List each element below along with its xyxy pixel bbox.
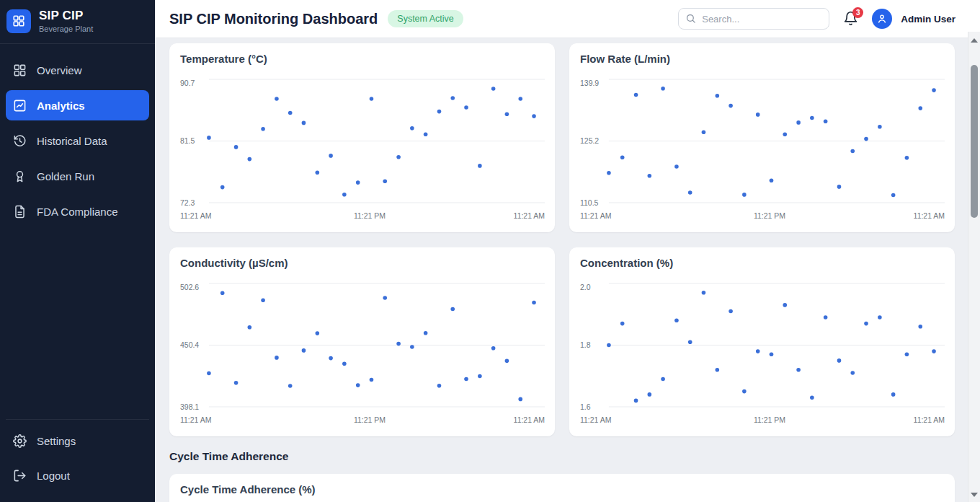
svg-text:11:21 AM: 11:21 AM bbox=[514, 212, 545, 220]
sidebar-item-settings[interactable]: Settings bbox=[6, 426, 149, 456]
sidebar-item-label: Logout bbox=[37, 470, 70, 482]
concentration-scatter-chart: 2.01.81.611:21 AM11:21 PM11:21 AM bbox=[580, 278, 945, 428]
sidebar-nav: Overview Analytics Historical Data Golde… bbox=[0, 44, 155, 413]
svg-text:11:21 PM: 11:21 PM bbox=[354, 212, 386, 220]
gear-icon bbox=[13, 434, 27, 448]
svg-text:1.6: 1.6 bbox=[580, 403, 591, 411]
notification-count-badge: 3 bbox=[852, 7, 863, 18]
svg-text:11:21 PM: 11:21 PM bbox=[754, 212, 785, 220]
svg-text:81.5: 81.5 bbox=[180, 137, 195, 145]
sidebar-footer: Settings Logout bbox=[0, 413, 155, 502]
svg-text:398.1: 398.1 bbox=[180, 403, 199, 411]
chart-title: Conductivity (µS/cm) bbox=[180, 257, 545, 269]
chart-title: Concentration (%) bbox=[580, 257, 945, 269]
svg-text:11:21 AM: 11:21 AM bbox=[180, 416, 211, 424]
temperature-chart-card: Temperature (°C) 90.781.572.311:21 AM11:… bbox=[169, 43, 555, 232]
user-icon bbox=[876, 13, 888, 25]
svg-text:125.2: 125.2 bbox=[580, 137, 599, 145]
app-logo: SIP CIP Beverage Plant bbox=[0, 0, 155, 43]
logout-icon bbox=[13, 469, 27, 483]
sidebar-item-overview[interactable]: Overview bbox=[6, 55, 149, 85]
logo-grid-icon bbox=[6, 9, 31, 33]
sidebar-item-label: Overview bbox=[37, 64, 82, 76]
svg-text:2.0: 2.0 bbox=[580, 283, 591, 291]
status-badge: System Active bbox=[388, 10, 463, 27]
flow-rate-chart-card: Flow Rate (L/min) 139.9125.2110.511:21 A… bbox=[569, 43, 955, 232]
svg-text:11:21 PM: 11:21 PM bbox=[354, 416, 386, 424]
svg-text:72.3: 72.3 bbox=[180, 199, 195, 207]
app-subtitle: Beverage Plant bbox=[39, 25, 93, 33]
sidebar-item-logout[interactable]: Logout bbox=[6, 460, 149, 490]
notifications-button[interactable]: 3 bbox=[843, 11, 858, 29]
svg-text:90.7: 90.7 bbox=[180, 79, 195, 87]
award-icon bbox=[13, 169, 27, 183]
search-icon bbox=[685, 13, 696, 24]
charts-grid: Temperature (°C) 90.781.572.311:21 AM11:… bbox=[169, 43, 955, 436]
sidebar-item-analytics[interactable]: Analytics bbox=[6, 90, 149, 120]
concentration-chart-card: Concentration (%) 2.01.81.611:21 AM11:21… bbox=[569, 247, 955, 436]
grid-icon bbox=[13, 63, 27, 77]
sidebar-item-label: Historical Data bbox=[37, 135, 107, 147]
svg-text:11:21 PM: 11:21 PM bbox=[754, 416, 785, 424]
chart-title: Cycle Time Adherence (%) bbox=[180, 483, 945, 496]
svg-text:450.4: 450.4 bbox=[180, 341, 199, 349]
search-box bbox=[678, 8, 829, 30]
page-title: SIP CIP Monitoring Dashboard bbox=[169, 11, 378, 27]
sidebar-item-golden-run[interactable]: Golden Run bbox=[6, 161, 149, 191]
svg-text:139.9: 139.9 bbox=[580, 79, 599, 87]
conductivity-chart-card: Conductivity (µS/cm) 502.6450.4398.111:2… bbox=[169, 247, 555, 436]
flow-rate-scatter-chart: 139.9125.2110.511:21 AM11:21 PM11:21 AM bbox=[580, 74, 945, 224]
scrollbar-thumb[interactable] bbox=[971, 65, 978, 218]
user-name: Admin User bbox=[901, 14, 956, 25]
app-title: SIP CIP bbox=[39, 9, 93, 23]
main-content: Temperature (°C) 90.781.572.311:21 AM11:… bbox=[155, 38, 980, 502]
scrollbar-down-arrow[interactable] bbox=[968, 490, 980, 499]
app-window: SIP CIP Beverage Plant Overview Analytic… bbox=[0, 0, 980, 502]
file-text-icon bbox=[13, 205, 27, 219]
sidebar-item-fda-compliance[interactable]: FDA Compliance bbox=[6, 196, 149, 226]
svg-text:11:21 AM: 11:21 AM bbox=[180, 212, 211, 220]
search-input[interactable] bbox=[678, 8, 829, 30]
sidebar: SIP CIP Beverage Plant Overview Analytic… bbox=[0, 0, 155, 502]
cycle-time-adherence-card: Cycle Time Adherence (%) bbox=[169, 474, 955, 502]
svg-text:1.8: 1.8 bbox=[580, 341, 591, 349]
line-chart-icon bbox=[13, 99, 27, 113]
svg-text:11:21 AM: 11:21 AM bbox=[914, 416, 945, 424]
sidebar-item-label: Golden Run bbox=[37, 170, 94, 182]
sidebar-item-label: Analytics bbox=[37, 100, 85, 112]
chart-title: Temperature (°C) bbox=[180, 53, 545, 65]
section-title: Cycle Time Adherence bbox=[169, 450, 955, 463]
header: SIP CIP Monitoring Dashboard System Acti… bbox=[155, 0, 980, 38]
conductivity-scatter-chart: 502.6450.4398.111:21 AM11:21 PM11:21 AM bbox=[180, 278, 545, 428]
sidebar-item-label: Settings bbox=[37, 435, 76, 447]
temperature-scatter-chart: 90.781.572.311:21 AM11:21 PM11:21 AM bbox=[180, 74, 545, 224]
svg-text:110.5: 110.5 bbox=[580, 199, 599, 207]
svg-text:11:21 AM: 11:21 AM bbox=[580, 212, 611, 220]
scrollbar-up-arrow[interactable] bbox=[968, 36, 980, 45]
chart-title: Flow Rate (L/min) bbox=[580, 53, 945, 65]
sidebar-item-historical-data[interactable]: Historical Data bbox=[6, 126, 149, 156]
sidebar-footer-divider bbox=[6, 419, 149, 420]
history-icon bbox=[13, 134, 27, 148]
sidebar-item-label: FDA Compliance bbox=[37, 206, 118, 218]
svg-text:11:21 AM: 11:21 AM bbox=[914, 212, 945, 220]
svg-text:11:21 AM: 11:21 AM bbox=[514, 416, 545, 424]
scrollbar[interactable] bbox=[968, 32, 980, 502]
svg-text:502.6: 502.6 bbox=[180, 283, 199, 291]
avatar[interactable] bbox=[872, 9, 892, 29]
svg-text:11:21 AM: 11:21 AM bbox=[580, 416, 611, 424]
